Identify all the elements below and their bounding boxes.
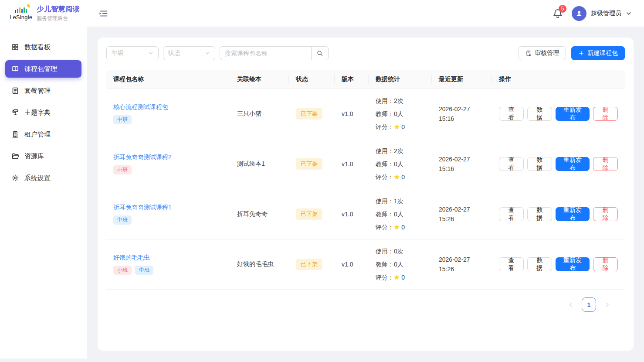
delete-button[interactable]: 删 除 — [593, 257, 618, 271]
view-button[interactable]: 查 看 — [499, 207, 524, 221]
next-page-icon[interactable] — [600, 298, 613, 311]
tenant-icon — [11, 130, 19, 138]
search-button[interactable] — [311, 46, 329, 60]
table-row: 折耳兔奇奇测试课程2 小班 测试绘本1 已下架 v1.0 使用：2次 教师：0人… — [106, 139, 625, 189]
cell-name: 好饿的毛毛虫 小班中班 — [106, 249, 230, 279]
notification-bell-icon[interactable]: 5 — [552, 8, 563, 19]
brand-text: 少儿智慧阅读 服务管理后台 — [37, 5, 80, 22]
cell-name: 核心流程测试课程包 中班 — [106, 99, 230, 128]
status-select[interactable]: 状态 — [163, 46, 215, 60]
main-area: 5 超级管理员 年级 — [87, 0, 644, 359]
create-package-label: 新建课程包 — [587, 49, 618, 57]
updated-date: 2026-02-27 — [439, 154, 485, 164]
package-name-link[interactable]: 折耳兔奇奇测试课程1 — [113, 204, 172, 212]
data-button[interactable]: 数 据 — [527, 157, 552, 171]
sidebar-item-label: 数据看板 — [24, 43, 51, 51]
cell-name: 折耳兔奇奇测试课程2 小班 — [106, 149, 230, 178]
create-package-button[interactable]: 新建课程包 — [571, 46, 625, 60]
delete-button[interactable]: 删 除 — [593, 207, 618, 221]
grade-tag: 中班 — [113, 115, 132, 124]
teacher-stat: 教师：0人 — [376, 107, 425, 120]
chevron-down-icon — [205, 51, 210, 56]
col-name: 课程包名称 — [106, 75, 230, 83]
rating-stat: 评分：★ 0 — [376, 171, 425, 184]
republish-button[interactable]: 重新发布 — [556, 107, 590, 121]
sidebar-item-label: 课程包管理 — [24, 65, 57, 73]
avatar — [572, 6, 586, 21]
delete-button[interactable]: 删 除 — [593, 157, 618, 171]
sidebar-item-1[interactable]: 课程包管理 — [5, 60, 81, 78]
plus-icon — [578, 50, 584, 56]
cell-version: v1.0 — [335, 256, 369, 272]
sidebar-item-5[interactable]: 资源库 — [5, 147, 81, 165]
data-button[interactable]: 数 据 — [527, 207, 552, 221]
col-actions: 操作 — [492, 75, 625, 83]
sidebar: LeSingle 少儿智慧阅读 服务管理后台 数据看板课程包管理套餐管理主题字典… — [0, 0, 87, 359]
sidebar-item-0[interactable]: 数据看板 — [5, 38, 81, 56]
cell-actions: 查 看 数 据 重新发布 删 除 — [492, 102, 625, 125]
data-button[interactable]: 数 据 — [527, 257, 552, 271]
grade-tags: 小班中班 — [113, 266, 223, 274]
cell-stats: 使用：2次 教师：0人 评分：★ 0 — [369, 140, 432, 188]
grade-select[interactable]: 年级 — [106, 46, 159, 60]
gear-icon — [11, 174, 19, 182]
topbar: 5 超级管理员 — [87, 0, 644, 27]
updated-time: 15:26 — [439, 214, 485, 224]
search-input[interactable] — [220, 46, 311, 60]
table-body: 核心流程测试课程包 中班 三只小猪 已下架 v1.0 使用：2次 教师：0人 评… — [106, 89, 625, 290]
col-updated: 最近更新 — [432, 75, 492, 83]
cell-book: 折耳兔奇奇 — [230, 206, 289, 222]
grade-tag: 中班 — [135, 266, 153, 274]
view-button[interactable]: 查 看 — [499, 157, 524, 171]
dashboard-icon — [11, 43, 19, 51]
sidebar-item-2[interactable]: 套餐管理 — [5, 82, 81, 99]
audit-manage-button[interactable]: 审核管理 — [519, 46, 566, 60]
republish-button[interactable]: 重新发布 — [556, 157, 590, 171]
app-subtitle: 服务管理后台 — [37, 15, 80, 22]
sidebar-item-label: 系统设置 — [24, 174, 51, 182]
view-button[interactable]: 查 看 — [499, 107, 524, 121]
cell-updated: 2026-02-27 15:26 — [432, 200, 492, 228]
package-name-link[interactable]: 好饿的毛毛虫 — [113, 254, 150, 262]
package-name-link[interactable]: 核心流程测试课程包 — [113, 103, 168, 111]
updated-date: 2026-02-27 — [439, 205, 485, 214]
col-version: 版本 — [335, 75, 369, 83]
audit-icon — [525, 50, 532, 56]
theme-dictionary-icon — [11, 109, 19, 116]
grade-tags: 中班 — [113, 215, 223, 224]
search-group — [220, 46, 329, 60]
user-menu[interactable]: 超级管理员 — [572, 6, 632, 21]
cell-stats: 使用：0次 教师：0人 评分：★ 0 — [369, 240, 432, 288]
teacher-stat: 教师：0人 — [376, 208, 425, 221]
package-name-link[interactable]: 折耳兔奇奇测试课程2 — [113, 154, 172, 161]
star-icon: ★ — [394, 173, 400, 181]
book-icon — [11, 65, 19, 73]
status-badge: 已下架 — [296, 158, 322, 170]
cell-status: 已下架 — [289, 204, 335, 224]
table-row: 折耳兔奇奇测试课程1 中班 折耳兔奇奇 已下架 v1.0 使用：1次 教师：0人… — [106, 189, 625, 239]
prev-page-icon[interactable] — [564, 298, 577, 311]
cell-book: 三只小猪 — [230, 106, 289, 122]
view-button[interactable]: 查 看 — [499, 257, 524, 271]
republish-button[interactable]: 重新发布 — [556, 257, 590, 271]
table-header: 课程包名称 关联绘本 状态 版本 数据统计 最近更新 操作 — [106, 70, 625, 89]
app-title: 少儿智慧阅读 — [37, 5, 80, 14]
delete-button[interactable]: 删 除 — [593, 107, 618, 121]
chevron-down-icon — [148, 51, 153, 56]
status-badge: 已下架 — [296, 259, 322, 270]
page-number[interactable]: 1 — [582, 297, 596, 312]
status-badge: 已下架 — [296, 108, 322, 120]
republish-button[interactable]: 重新发布 — [556, 207, 590, 221]
filter-bar: 年级 状态 — [106, 46, 625, 60]
col-book: 关联绘本 — [230, 75, 289, 83]
menu-fold-icon[interactable] — [98, 9, 108, 18]
data-button[interactable]: 数 据 — [527, 107, 552, 121]
sidebar-item-6[interactable]: 系统设置 — [5, 169, 81, 187]
table-row: 核心流程测试课程包 中班 三只小猪 已下架 v1.0 使用：2次 教师：0人 评… — [106, 89, 625, 139]
sidebar-item-label: 套餐管理 — [24, 87, 51, 95]
rating-stat: 评分：★ 0 — [376, 120, 425, 133]
sidebar-item-3[interactable]: 主题字典 — [5, 104, 81, 121]
sidebar-item-4[interactable]: 租户管理 — [5, 126, 81, 143]
usage-stat: 使用：0次 — [376, 245, 425, 258]
cell-actions: 查 看 数 据 重新发布 删 除 — [492, 153, 625, 175]
